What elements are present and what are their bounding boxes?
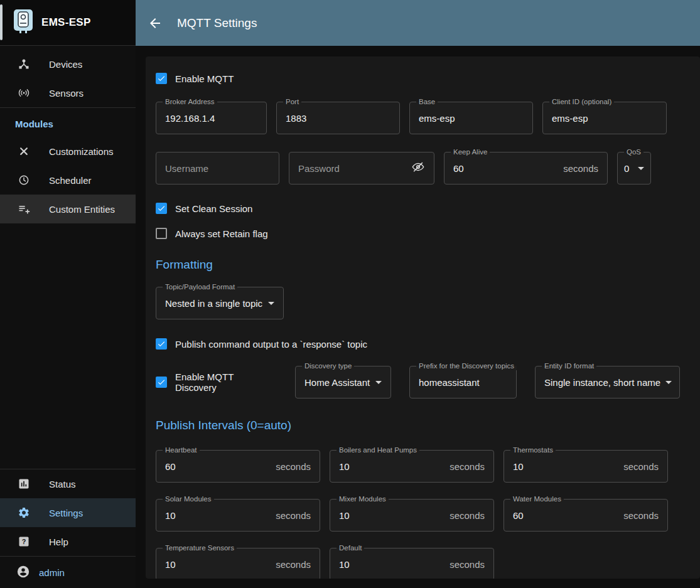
field-suffix: seconds <box>450 461 485 472</box>
field-label: Solar Modules <box>163 495 214 503</box>
solar-interval-input[interactable] <box>165 510 271 521</box>
visibility-off-icon[interactable] <box>411 160 425 176</box>
mixer-interval-field[interactable]: Mixer Modules seconds <box>330 499 494 532</box>
svg-text:?: ? <box>22 538 26 545</box>
page-title: MQTT Settings <box>177 16 257 30</box>
sidebar-item-label: Sensors <box>49 88 83 99</box>
port-field[interactable]: Port <box>276 102 400 134</box>
clean-session-checkbox[interactable]: Set Clean Session <box>156 203 252 214</box>
checkbox-icon <box>156 377 167 388</box>
thermostats-interval-field[interactable]: Thermostats seconds <box>503 450 668 483</box>
qos-select[interactable]: QoS 0 <box>617 152 651 184</box>
discovery-prefix-input[interactable] <box>419 377 507 388</box>
sidebar-item-label: Status <box>49 479 76 489</box>
qos-value: 0 <box>624 163 633 174</box>
base-field[interactable]: Base <box>409 102 533 134</box>
sidebar-scrollbar[interactable] <box>0 4 3 40</box>
checkbox-icon <box>156 338 167 350</box>
mixer-interval-input[interactable] <box>339 510 444 521</box>
field-label: Topic/Payload Format <box>163 283 237 291</box>
field-label: Boilers and Heat Pumps <box>337 446 419 454</box>
field-label: Client ID (optional) <box>549 98 614 106</box>
discovery-prefix-field[interactable]: Prefix for the Discovery topics <box>409 366 517 398</box>
water-interval-field[interactable]: Water Modules seconds <box>503 499 668 532</box>
settings-card: Enable MQTT Broker Address Port Base <box>146 56 700 579</box>
field-label: Thermostats <box>510 446 556 454</box>
sidebar-item-sensors[interactable]: Sensors <box>0 78 136 107</box>
modules-section-header: Modules <box>0 108 136 137</box>
topic-format-row: Topic/Payload Format Nested in a single … <box>156 287 681 319</box>
temperature-interval-field[interactable]: Temperature Sensors seconds <box>156 548 320 579</box>
field-suffix: seconds <box>276 559 311 570</box>
field-suffix: seconds <box>276 461 311 472</box>
content-area: Enable MQTT Broker Address Port Base <box>136 46 700 588</box>
default-interval-field[interactable]: Default seconds <box>330 548 494 579</box>
field-label: Water Modules <box>510 495 564 503</box>
password-input[interactable] <box>298 163 406 174</box>
keep-alive-input[interactable] <box>453 163 558 174</box>
sidebar: EMS-ESP Devices Se <box>0 0 136 588</box>
discovery-type-select[interactable]: Discovery type Home Assistant <box>295 366 391 398</box>
checkbox-icon <box>156 203 167 214</box>
field-suffix: seconds <box>276 510 311 521</box>
checkbox-icon <box>156 73 167 84</box>
sidebar-item-help[interactable]: ? Help <box>0 527 136 556</box>
sidebar-item-devices[interactable]: Devices <box>0 50 136 78</box>
heartbeat-interval-field[interactable]: Heartbeat seconds <box>156 450 320 483</box>
field-suffix: seconds <box>623 510 659 521</box>
sidebar-user[interactable]: admin <box>0 557 136 588</box>
sidebar-item-label: Settings <box>49 508 83 518</box>
device-hub-icon <box>18 58 30 70</box>
username-input[interactable] <box>165 163 270 174</box>
entity-format-value: Single instance, short name <box>544 377 660 388</box>
sidebar-item-status[interactable]: Status <box>0 469 136 498</box>
boilers-interval-input[interactable] <box>339 461 444 472</box>
solar-interval-field[interactable]: Solar Modules seconds <box>156 499 320 532</box>
sidebar-item-settings[interactable]: Settings <box>0 498 136 527</box>
back-button[interactable] <box>147 15 163 31</box>
discovery-type-value: Home Assistant <box>304 377 370 388</box>
enable-mqtt-checkbox[interactable]: Enable MQTT <box>156 73 234 84</box>
field-suffix: seconds <box>563 163 598 174</box>
sidebar-item-customizations[interactable]: Customizations <box>0 137 136 166</box>
account-circle-icon <box>16 565 30 580</box>
sidebar-item-label: Scheduler <box>49 175 92 186</box>
topic-format-value: Nested in a single topic <box>165 298 263 309</box>
topic-format-select[interactable]: Topic/Payload Format Nested in a single … <box>156 287 284 319</box>
entity-format-select[interactable]: Entity ID format Single instance, short … <box>535 366 680 398</box>
checkbox-icon <box>156 228 167 239</box>
default-interval-input[interactable] <box>339 559 444 570</box>
client-id-input[interactable] <box>552 113 657 124</box>
sidebar-item-scheduler[interactable]: Scheduler <box>0 166 136 195</box>
field-label: Port <box>283 98 301 106</box>
boilers-interval-field[interactable]: Boilers and Heat Pumps seconds <box>330 450 494 483</box>
keep-alive-field[interactable]: Keep Alive seconds <box>444 152 608 184</box>
playlist-add-icon <box>18 203 30 215</box>
construction-icon <box>18 145 30 158</box>
checkbox-label: Publish command output to a `response` t… <box>175 339 367 350</box>
checkbox-label: Enable MQTT Discovery <box>175 372 277 393</box>
publish-response-checkbox[interactable]: Publish command output to a `response` t… <box>156 338 367 350</box>
chevron-down-icon <box>638 167 644 170</box>
sidebar-spacer <box>0 223 136 469</box>
temperature-interval-input[interactable] <box>165 559 271 570</box>
client-id-field[interactable]: Client ID (optional) <box>542 102 667 134</box>
password-field[interactable] <box>289 152 434 184</box>
broker-address-field[interactable]: Broker Address <box>156 102 267 134</box>
username-field[interactable] <box>156 152 279 184</box>
field-label: Keep Alive <box>451 148 490 156</box>
sidebar-item-label: Customizations <box>49 146 114 157</box>
port-input[interactable] <box>286 113 390 124</box>
main-area: MQTT Settings Enable MQTT Broker Address… <box>136 0 700 588</box>
enable-discovery-checkbox[interactable]: Enable MQTT Discovery <box>156 372 277 393</box>
sidebar-item-custom-entities[interactable]: Custom Entities <box>0 195 136 223</box>
retain-flag-checkbox[interactable]: Always set Retain flag <box>156 228 268 239</box>
water-interval-input[interactable] <box>513 510 618 521</box>
broker-address-input[interactable] <box>165 113 257 124</box>
broker-row: Broker Address Port Base Client ID (opti… <box>156 102 681 134</box>
heartbeat-interval-input[interactable] <box>165 461 271 472</box>
app-logo-icon <box>14 9 33 36</box>
field-label: Entity ID format <box>542 362 596 370</box>
base-input[interactable] <box>419 113 524 124</box>
thermostats-interval-input[interactable] <box>513 461 618 472</box>
